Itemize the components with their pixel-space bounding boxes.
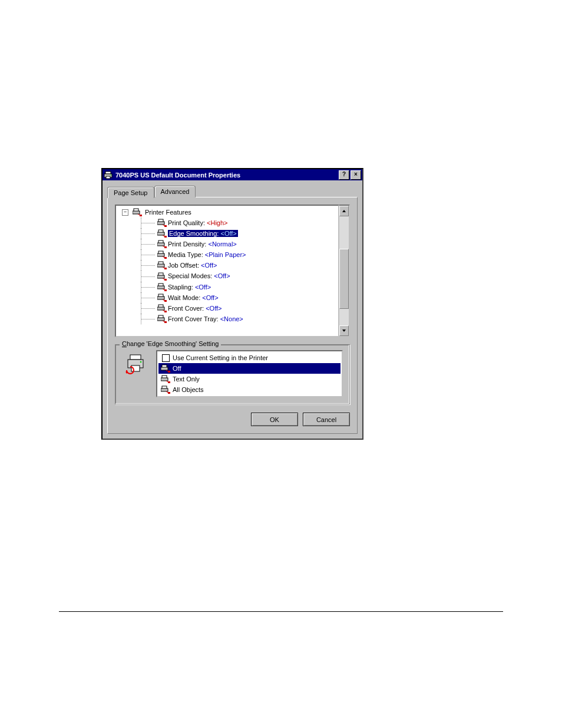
scroll-up-button[interactable]: [339, 206, 349, 216]
checkbox-empty-icon: [161, 354, 170, 362]
svg-rect-44: [168, 371, 170, 373]
svg-rect-24: [164, 279, 167, 281]
tree-item[interactable]: Front Cover Tray: <None>: [157, 314, 337, 324]
svg-rect-47: [168, 381, 170, 383]
feature-icon: [157, 294, 167, 302]
svg-rect-37: [130, 355, 141, 360]
tree-item-label: Wait Mode: <Off>: [168, 294, 219, 301]
svg-rect-46: [161, 378, 168, 381]
scroll-thumb[interactable]: [339, 249, 349, 309]
properties-dialog: 7040PS US Default Document Properties ? …: [101, 168, 363, 440]
setting-option-label: All Objects: [173, 386, 204, 393]
svg-rect-35: [157, 318, 164, 321]
cancel-button[interactable]: Cancel: [303, 413, 350, 426]
svg-rect-20: [157, 264, 164, 267]
dialog-buttons: OK Cancel: [115, 413, 350, 426]
feature-icon: [157, 304, 167, 312]
tab-page-setup[interactable]: Page Setup: [107, 187, 154, 198]
feature-icon: [161, 375, 170, 383]
tree-item[interactable]: Special Modes: <Off>: [157, 271, 337, 281]
tree-item[interactable]: Edge Smoothing: <Off>: [157, 228, 337, 239]
tree-item[interactable]: Print Quality: <High>: [157, 218, 337, 228]
dialog-client: Page Setup Advanced −: [103, 180, 362, 439]
change-setting-group: Change 'Edge Smoothing' Setting: [115, 344, 350, 404]
tree-item[interactable]: Stapling: <Off>: [157, 282, 337, 292]
svg-rect-0: [105, 172, 111, 174]
tree-item-label: Front Cover Tray: <None>: [168, 315, 243, 322]
svg-rect-43: [161, 367, 168, 370]
feature-icon: [157, 272, 167, 281]
svg-rect-5: [133, 211, 140, 214]
tree-item-label: Media Type: <Plain Paper>: [168, 251, 246, 258]
feature-icon: [157, 229, 167, 238]
expander-icon[interactable]: −: [122, 209, 128, 216]
svg-rect-36: [164, 321, 167, 323]
svg-rect-23: [157, 275, 164, 278]
features-tree[interactable]: − Printer Features: [115, 205, 339, 337]
svg-rect-41: [162, 354, 169, 361]
svg-rect-32: [157, 307, 164, 310]
tree-item-label: Special Modes: <Off>: [168, 273, 230, 280]
svg-rect-14: [157, 243, 164, 246]
svg-point-40: [140, 361, 142, 363]
tree-root-label: Printer Features: [145, 209, 191, 216]
tree-item[interactable]: Front Cover: <Off>: [157, 303, 337, 314]
svg-rect-29: [157, 297, 164, 299]
tree-item-label: Edge Smoothing: <Off>: [168, 230, 238, 237]
tree-root-row[interactable]: − Printer Features: [120, 208, 337, 216]
tree-item-label: Stapling: <Off>: [168, 284, 211, 291]
tree-item[interactable]: Wait Mode: <Off>: [157, 292, 337, 303]
setting-option[interactable]: All Objects: [158, 384, 340, 395]
tab-advanced[interactable]: Advanced: [154, 186, 196, 197]
tree-item[interactable]: Print Density: <Normal>: [157, 239, 337, 249]
titlebar[interactable]: 7040PS US Default Document Properties ? …: [103, 169, 362, 180]
feature-icon: [157, 251, 167, 259]
feature-icon: [161, 386, 170, 394]
svg-rect-17: [157, 253, 164, 256]
page-rule: [59, 611, 503, 612]
svg-rect-18: [164, 257, 167, 259]
setting-option[interactable]: Off: [158, 363, 340, 374]
svg-rect-21: [164, 268, 167, 269]
setting-option-label: Use Current Setting in the Printer: [173, 354, 268, 361]
help-button[interactable]: ?: [339, 170, 349, 180]
feature-icon: [133, 208, 142, 216]
svg-rect-49: [161, 388, 168, 391]
svg-rect-15: [164, 246, 167, 248]
tree-item-label: Print Density: <Normal>: [168, 241, 237, 248]
svg-rect-6: [140, 215, 142, 216]
scroll-track[interactable]: [339, 216, 349, 325]
feature-icon: [157, 219, 167, 227]
group-legend: Change 'Edge Smoothing' Setting: [120, 340, 221, 347]
svg-rect-27: [164, 289, 167, 291]
svg-rect-9: [164, 225, 167, 227]
feature-icon: [157, 315, 167, 323]
svg-rect-33: [164, 311, 167, 312]
setting-option[interactable]: Text Only: [158, 374, 340, 384]
feature-icon: [157, 240, 167, 248]
features-tree-container: − Printer Features: [115, 205, 350, 337]
svg-point-3: [110, 174, 111, 176]
setting-option-list[interactable]: Use Current Setting in the PrinterOffTex…: [156, 350, 343, 397]
setting-option-label: Text Only: [173, 375, 200, 383]
svg-rect-50: [168, 392, 170, 394]
svg-rect-11: [157, 232, 164, 235]
svg-rect-2: [106, 176, 110, 179]
scroll-down-button[interactable]: [339, 325, 349, 336]
feature-icon: [157, 283, 167, 291]
feature-icon: [157, 261, 167, 269]
svg-rect-30: [164, 300, 167, 302]
svg-rect-8: [157, 222, 164, 225]
tree-item[interactable]: Media Type: <Plain Paper>: [157, 249, 337, 260]
close-button[interactable]: ×: [351, 170, 361, 180]
svg-rect-26: [157, 286, 164, 289]
tree-item-label: Job Offset: <Off>: [168, 262, 217, 269]
tree-item[interactable]: Job Offset: <Off>: [157, 260, 337, 271]
printer-icon: [104, 170, 113, 180]
ok-button[interactable]: OK: [251, 413, 298, 426]
tree-scrollbar[interactable]: [339, 205, 350, 337]
setting-option[interactable]: Use Current Setting in the Printer: [158, 353, 340, 363]
printer-large-icon: [124, 353, 148, 376]
tab-panel-advanced: − Printer Features: [107, 197, 358, 434]
tabs: Page Setup Advanced: [107, 184, 358, 197]
